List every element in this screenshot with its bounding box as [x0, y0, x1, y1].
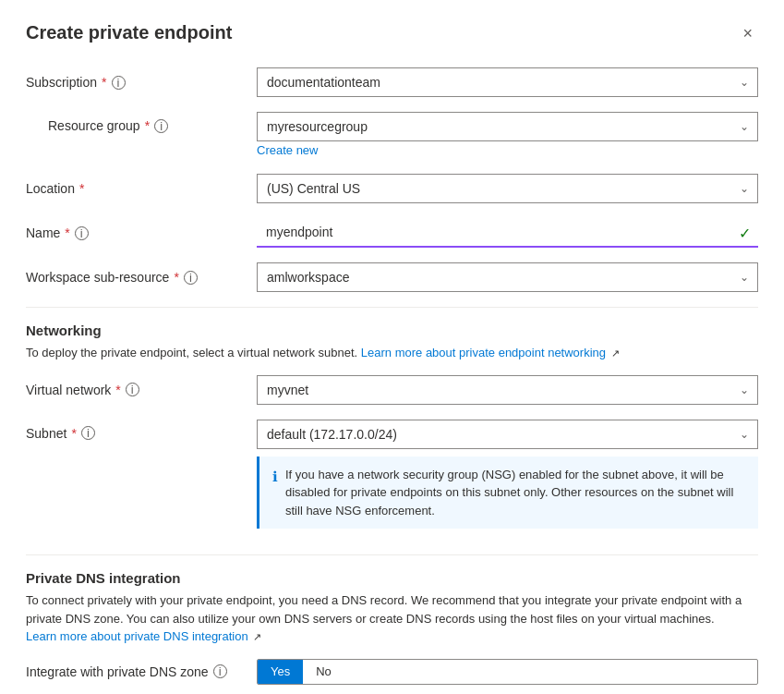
name-input-wrapper: ✓: [257, 218, 758, 248]
integrate-dns-info-icon[interactable]: i: [213, 664, 227, 678]
info-box-icon: ℹ: [272, 467, 278, 520]
subscription-input-col: documentationteam ⌄: [257, 67, 758, 97]
private-dns-external-link-icon: ↗: [253, 631, 261, 642]
subnet-required: *: [71, 426, 76, 441]
workspace-sub-resource-dropdown[interactable]: amlworkspace: [257, 262, 758, 292]
resource-group-dropdown[interactable]: myresourcegroup: [257, 112, 758, 141]
private-dns-learn-more-link[interactable]: Learn more about private DNS integration: [26, 629, 248, 643]
integrate-dns-row: Integrate with private DNS zone i Yes No: [26, 659, 758, 685]
dns-toggle-no[interactable]: No: [303, 660, 344, 684]
name-check-icon: ✓: [739, 225, 751, 242]
location-required: *: [79, 181, 84, 196]
resource-group-dropdown-wrapper: myresourcegroup ⌄: [257, 112, 758, 141]
private-dns-description: To connect privately with your private e…: [26, 591, 758, 646]
location-label: Location *: [26, 181, 257, 196]
integrate-dns-label: Integrate with private DNS zone i: [26, 664, 257, 679]
resource-group-label: Resource group * i: [26, 112, 257, 133]
location-input-col: (US) Central US ⌄: [257, 174, 758, 203]
dns-toggle-group: Yes No: [257, 659, 758, 685]
private-dns-section-title: Private DNS integration: [26, 570, 758, 586]
workspace-sub-resource-label: Workspace sub-resource * i: [26, 270, 257, 285]
subscription-info-icon[interactable]: i: [112, 76, 126, 90]
networking-description: To deploy the private endpoint, select a…: [26, 344, 758, 362]
workspace-sub-resource-dropdown-wrapper: amlworkspace ⌄: [257, 262, 758, 292]
networking-section-title: Networking: [26, 323, 758, 338]
virtual-network-row: Virtual network * i myvnet ⌄: [26, 375, 758, 405]
subnet-dropdown-wrapper: default (172.17.0.0/24) ⌄: [257, 420, 758, 449]
create-private-endpoint-dialog: Create private endpoint × Subscription *…: [0, 0, 784, 694]
location-dropdown-wrapper: (US) Central US ⌄: [257, 174, 758, 203]
name-label: Name * i: [26, 225, 257, 240]
subscription-dropdown[interactable]: documentationteam: [257, 67, 758, 97]
subnet-dropdown[interactable]: default (172.17.0.0/24): [257, 420, 758, 449]
divider-1: [26, 307, 758, 308]
virtual-network-dropdown-wrapper: myvnet ⌄: [257, 375, 758, 405]
create-new-link[interactable]: Create new: [257, 143, 318, 157]
subscription-label: Subscription * i: [26, 75, 257, 90]
virtual-network-required: *: [115, 383, 120, 397]
dialog-title: Create private endpoint: [26, 22, 232, 43]
name-info-icon[interactable]: i: [75, 226, 89, 240]
subnet-row: Subnet * i default (172.17.0.0/24) ⌄ ℹ I…: [26, 420, 758, 541]
name-required: *: [65, 225, 69, 240]
name-input-col: ✓: [257, 218, 758, 248]
workspace-sub-resource-input-col: amlworkspace ⌄: [257, 262, 758, 292]
name-row: Name * i ✓: [26, 218, 758, 248]
virtual-network-label: Virtual network * i: [26, 383, 257, 397]
virtual-network-dropdown[interactable]: myvnet: [257, 375, 758, 405]
integrate-dns-input-col: Yes No: [257, 659, 758, 685]
virtual-network-info-icon[interactable]: i: [126, 383, 139, 396]
subnet-input-col: default (172.17.0.0/24) ⌄ ℹ If you have …: [257, 420, 758, 541]
resource-group-info-icon[interactable]: i: [154, 119, 168, 133]
divider-2: [26, 554, 758, 555]
dialog-header: Create private endpoint ×: [26, 22, 758, 45]
subscription-required: *: [102, 75, 106, 90]
resource-group-row: Resource group * i myresourcegroup ⌄ Cre…: [26, 112, 758, 157]
dns-toggle-yes[interactable]: Yes: [258, 660, 303, 684]
virtual-network-input-col: myvnet ⌄: [257, 375, 758, 405]
resource-group-input-col: myresourcegroup ⌄ Create new: [257, 112, 758, 157]
subscription-row: Subscription * i documentationteam ⌄: [26, 67, 758, 97]
networking-learn-more-link[interactable]: Learn more about private endpoint networ…: [361, 346, 606, 359]
workspace-sub-resource-row: Workspace sub-resource * i amlworkspace …: [26, 262, 758, 292]
location-row: Location * (US) Central US ⌄: [26, 174, 758, 203]
subnet-label: Subnet * i: [26, 420, 257, 441]
subscription-dropdown-wrapper: documentationteam ⌄: [257, 67, 758, 97]
location-dropdown[interactable]: (US) Central US: [257, 174, 758, 203]
external-link-icon: ↗: [611, 347, 620, 359]
nsg-info-box: ℹ If you have a network security group (…: [257, 457, 758, 530]
close-button[interactable]: ×: [737, 22, 758, 45]
nsg-info-text: If you have a network security group (NS…: [285, 466, 745, 520]
subnet-info-icon[interactable]: i: [81, 426, 95, 440]
workspace-info-icon[interactable]: i: [184, 271, 198, 285]
resource-group-required: *: [145, 118, 150, 133]
workspace-required: *: [174, 270, 178, 285]
name-input[interactable]: [257, 218, 758, 248]
